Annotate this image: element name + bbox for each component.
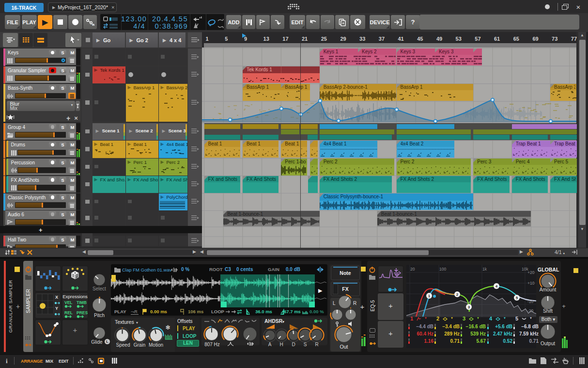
svg-text:+20: +20 [527,270,535,275]
svg-text:1k: 1k [482,267,487,272]
svg-text:1: 1 [428,294,431,298]
svg-text:w: w [92,22,94,26]
svg-text:2: 2 [456,292,459,297]
svg-text:100: 100 [439,267,446,272]
svg-text:20: 20 [410,267,415,272]
svg-text:-20: -20 [527,308,534,313]
svg-text:4: 4 [495,284,498,288]
svg-text:3: 3 [468,305,470,309]
svg-text:5: 5 [516,296,518,300]
svg-text:+10: +10 [527,281,535,286]
svg-text:-10: -10 [527,299,534,304]
